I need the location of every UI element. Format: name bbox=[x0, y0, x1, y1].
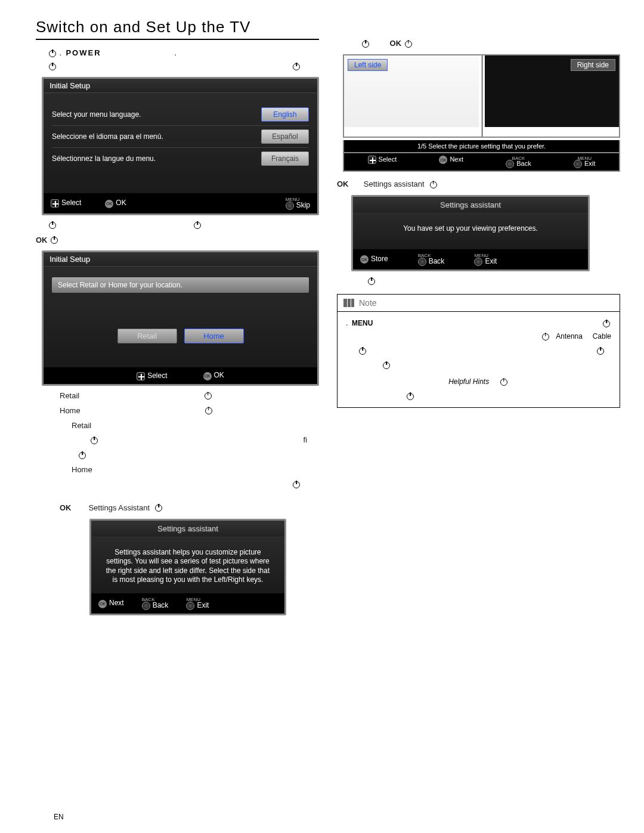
footer-language: EN bbox=[54, 813, 64, 821]
ok-line: OK bbox=[36, 235, 319, 246]
assistant-intro-text: Settings assistant helps you customize p… bbox=[91, 537, 284, 593]
compare-footer: Select OKNext BACKBack MENUExit bbox=[343, 153, 620, 172]
compare-divider bbox=[482, 55, 482, 137]
menu-icon bbox=[286, 202, 294, 210]
dpad-icon bbox=[368, 156, 376, 164]
location-msg: Select Retail or Home for your location. bbox=[52, 277, 309, 293]
power-icon bbox=[542, 333, 549, 340]
dpad-icon bbox=[51, 199, 59, 208]
power-icon bbox=[49, 50, 56, 57]
power-icon bbox=[362, 41, 369, 48]
screen-footer: OKStore BACKBack MENUExit bbox=[353, 249, 588, 270]
power-icon bbox=[407, 393, 414, 400]
power-icon bbox=[293, 481, 300, 488]
power-icon bbox=[430, 181, 437, 188]
menu-icon bbox=[574, 160, 582, 168]
page-title: Switch on and Set Up the TV bbox=[36, 18, 319, 40]
choice-retail[interactable]: Retail bbox=[117, 329, 177, 343]
fill-icon: ﬁ bbox=[89, 435, 319, 446]
ok-icon: OK bbox=[439, 156, 447, 164]
screen-footer: Select OKOK MENUSkip bbox=[44, 193, 317, 213]
power-icon bbox=[500, 379, 507, 386]
power-line2 bbox=[48, 61, 319, 72]
home-label: Home bbox=[60, 405, 319, 417]
back-icon bbox=[418, 258, 426, 266]
power-icon bbox=[597, 348, 604, 355]
choice-home[interactable]: Home bbox=[184, 329, 244, 343]
screen-title: Initial Setup bbox=[44, 252, 317, 267]
note-box: Note . MENU Antenna Cable bbox=[337, 294, 620, 408]
picture-compare-row: Left side Right side bbox=[343, 54, 620, 138]
screen-title: Initial Setup bbox=[44, 79, 317, 93]
settings-assistant-step: OK Settings Assistant bbox=[60, 503, 319, 514]
assistant-done-text: You have set up your viewing preferences… bbox=[353, 213, 588, 249]
power-icon bbox=[205, 407, 212, 414]
retail-sub: Retail bbox=[72, 420, 319, 432]
ok-icon: OK bbox=[360, 255, 369, 264]
power-icon bbox=[91, 437, 98, 444]
power-icon bbox=[49, 222, 56, 229]
note-icon bbox=[343, 299, 354, 307]
lang-option-english[interactable]: English bbox=[261, 107, 309, 122]
power-icon bbox=[603, 320, 610, 327]
lang-row-es[interactable]: Seleccione el idioma para el menú. Españ… bbox=[52, 126, 309, 148]
right-side-label: Right side bbox=[571, 59, 615, 71]
home-sub: Home bbox=[72, 465, 319, 476]
power-step: . POWER . bbox=[48, 48, 319, 57]
note-title: Note bbox=[338, 295, 620, 312]
retail-label: Retail bbox=[60, 391, 319, 402]
screen-title: Settings assistant bbox=[91, 521, 284, 537]
power-icon bbox=[293, 63, 300, 70]
fill-icon-r bbox=[367, 276, 620, 287]
power-icon bbox=[49, 63, 56, 70]
power-icon bbox=[155, 504, 162, 512]
fill-icon3 bbox=[36, 479, 301, 491]
screen-footer: OKNext BACKBack MENUExit bbox=[91, 593, 284, 614]
lang-option-espanol[interactable]: Español bbox=[261, 129, 309, 144]
power-icon bbox=[79, 452, 86, 459]
compare-caption: 1/5 Select the picture setting that you … bbox=[343, 140, 620, 153]
settings-assistant-done-screen: Settings assistant You have set up your … bbox=[351, 195, 590, 271]
power-icon bbox=[51, 237, 58, 244]
power-icon bbox=[359, 348, 366, 355]
power-icon bbox=[194, 222, 201, 229]
top-icons: OK bbox=[361, 38, 620, 49]
initial-setup-language-screen: Initial Setup Select your menu language.… bbox=[42, 77, 319, 215]
left-side-label: Left side bbox=[348, 59, 388, 71]
lang-prompt: Seleccione el idioma para el menú. bbox=[52, 132, 163, 141]
power-icon bbox=[383, 362, 390, 369]
back-icon bbox=[506, 160, 514, 168]
lang-row-fr[interactable]: Sélectionnez la langue du menu. Français bbox=[52, 148, 309, 169]
lang-row-en[interactable]: Select your menu language. English bbox=[52, 104, 309, 126]
left-side-preview[interactable]: Left side bbox=[344, 55, 479, 127]
screen-title: Settings assistant bbox=[353, 197, 588, 213]
settings-assistant-intro-screen: Settings assistant Settings assistant he… bbox=[89, 519, 286, 615]
menu-icon bbox=[474, 258, 482, 266]
dpad-icon bbox=[137, 372, 145, 380]
initial-setup-location-screen: Initial Setup Select Retail or Home for … bbox=[42, 250, 319, 386]
menu-icon bbox=[186, 602, 194, 610]
lang-prompt: Select your menu language. bbox=[52, 110, 141, 119]
mid-icons-row bbox=[48, 220, 319, 231]
lang-prompt: Sélectionnez la langue du menu. bbox=[52, 154, 156, 163]
ok-settings-line: OK Settings assistant bbox=[337, 179, 620, 190]
power-icon bbox=[368, 278, 375, 285]
screen-footer: Select OKOK bbox=[44, 367, 317, 384]
back-icon bbox=[142, 602, 150, 610]
lang-option-francais[interactable]: Français bbox=[261, 151, 309, 166]
ok-icon: OK bbox=[98, 600, 107, 608]
fill-icon2 bbox=[78, 450, 319, 461]
power-icon bbox=[205, 392, 212, 400]
right-side-preview[interactable]: Right side bbox=[485, 55, 620, 127]
ok-icon: OK bbox=[203, 372, 212, 380]
ok-icon: OK bbox=[105, 200, 113, 208]
power-icon bbox=[405, 41, 412, 48]
